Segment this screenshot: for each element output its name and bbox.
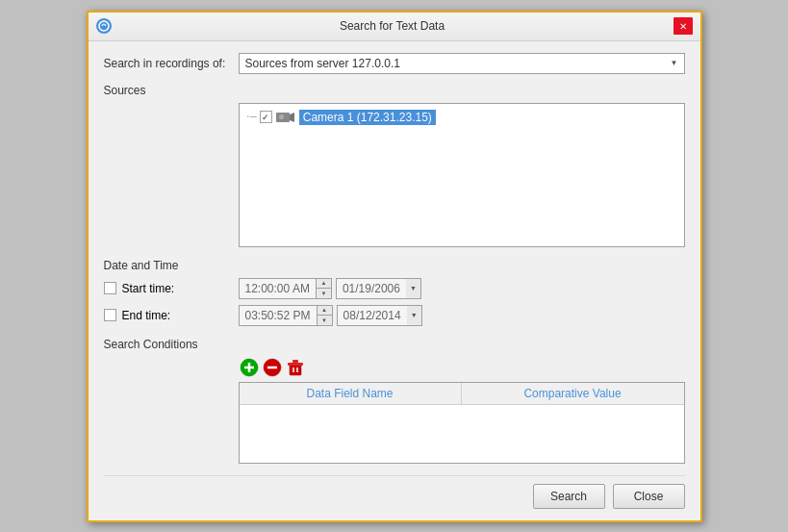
start-date-dropdown[interactable]: ▼ <box>406 278 421 299</box>
start-time-checkbox[interactable] <box>104 282 116 294</box>
search-conditions-label: Search Conditions <box>104 338 685 351</box>
start-date-value: 01/19/2006 <box>336 278 406 299</box>
start-time-value: 12:00:00 AM <box>240 279 316 298</box>
start-time-row: Start time: 12:00:00 AM ▲ ▼ 01/19/2006 ▼ <box>104 278 685 299</box>
start-time-field[interactable]: 12:00:00 AM ▲ ▼ <box>239 278 332 299</box>
conditions-header: Data Field Name Comparative Value <box>240 383 684 405</box>
remove-condition-button[interactable] <box>262 357 283 378</box>
datetime-label: Date and Time <box>104 259 685 272</box>
camera-icon <box>276 111 295 124</box>
start-time-down[interactable]: ▼ <box>317 289 331 298</box>
window-content: Search in recordings of: Sources from se… <box>89 41 700 520</box>
server-dropdown-arrow: ▼ <box>671 59 678 67</box>
svg-rect-11 <box>292 360 298 363</box>
svg-rect-3 <box>279 114 284 119</box>
end-time-value: 03:50:52 PM <box>240 306 317 325</box>
search-conditions-section: Search Conditions <box>104 338 685 464</box>
add-condition-button[interactable] <box>239 357 260 378</box>
conditions-toolbar <box>239 357 685 378</box>
end-time-label: End time: <box>122 309 171 322</box>
camera-tree-item: ·─ ✓ Camera 1 (172.31.23.15) <box>245 110 678 125</box>
end-time-input-group: 03:50:52 PM ▲ ▼ 08/12/2014 ▼ <box>239 305 422 326</box>
conditions-body <box>240 405 684 463</box>
end-time-spinner[interactable]: ▲ ▼ <box>317 306 332 325</box>
server-dropdown[interactable]: Sources from server 127.0.0.1 ▼ <box>239 53 685 74</box>
start-date-field[interactable]: 01/19/2006 ▼ <box>336 278 421 299</box>
sources-label: Sources <box>104 84 685 97</box>
end-time-row: End time: 03:50:52 PM ▲ ▼ 08/12/2014 ▼ <box>104 305 685 326</box>
start-time-input-group: 12:00:00 AM ▲ ▼ 01/19/2006 ▼ <box>239 278 421 299</box>
camera-checkbox[interactable]: ✓ <box>260 111 272 123</box>
clear-conditions-button[interactable] <box>285 357 306 378</box>
close-window-button[interactable]: ✕ <box>674 17 693 35</box>
end-time-down[interactable]: ▼ <box>318 316 332 325</box>
end-date-field[interactable]: 08/12/2014 ▼ <box>337 305 422 326</box>
sources-box: ·─ ✓ Camera 1 (172.31.23.15) <box>239 103 685 247</box>
end-time-up[interactable]: ▲ <box>318 306 332 317</box>
svg-marker-2 <box>290 113 294 122</box>
window-title: Search for Text Data <box>112 19 674 33</box>
sources-section: Sources ·─ ✓ Camera 1 (172.31.23.15) <box>104 84 685 247</box>
svg-point-0 <box>99 21 109 31</box>
start-time-label-group: Start time: <box>104 282 239 295</box>
datetime-section: Date and Time Start time: 12:00:00 AM ▲ … <box>104 259 685 326</box>
window-icon <box>96 18 112 34</box>
conditions-table: Data Field Name Comparative Value <box>239 382 685 464</box>
main-window: Search for Text Data ✕ Search in recordi… <box>87 11 702 522</box>
tree-lines: ·─ <box>245 111 256 123</box>
end-time-checkbox[interactable] <box>104 309 116 321</box>
end-date-value: 08/12/2014 <box>337 305 407 326</box>
start-time-label: Start time: <box>122 282 175 295</box>
svg-rect-10 <box>288 363 303 366</box>
title-bar: Search for Text Data ✕ <box>89 13 700 41</box>
svg-rect-9 <box>290 365 301 375</box>
end-time-field[interactable]: 03:50:52 PM ▲ ▼ <box>239 305 333 326</box>
server-dropdown-value: Sources from server 127.0.0.1 <box>245 57 400 70</box>
footer-buttons: Search Close <box>104 475 685 509</box>
start-time-spinner[interactable]: ▲ ▼ <box>316 279 331 298</box>
close-button[interactable]: Close <box>613 484 685 509</box>
start-time-up[interactable]: ▲ <box>317 279 331 290</box>
search-in-label: Search in recordings of: <box>104 57 239 70</box>
data-field-name-header: Data Field Name <box>240 383 462 404</box>
end-time-label-group: End time: <box>104 309 239 322</box>
search-button[interactable]: Search <box>533 484 605 509</box>
camera-label[interactable]: Camera 1 (172.31.23.15) <box>299 110 436 125</box>
end-date-dropdown[interactable]: ▼ <box>407 305 422 326</box>
comparative-value-header: Comparative Value <box>462 383 684 404</box>
search-in-row: Search in recordings of: Sources from se… <box>104 53 685 74</box>
